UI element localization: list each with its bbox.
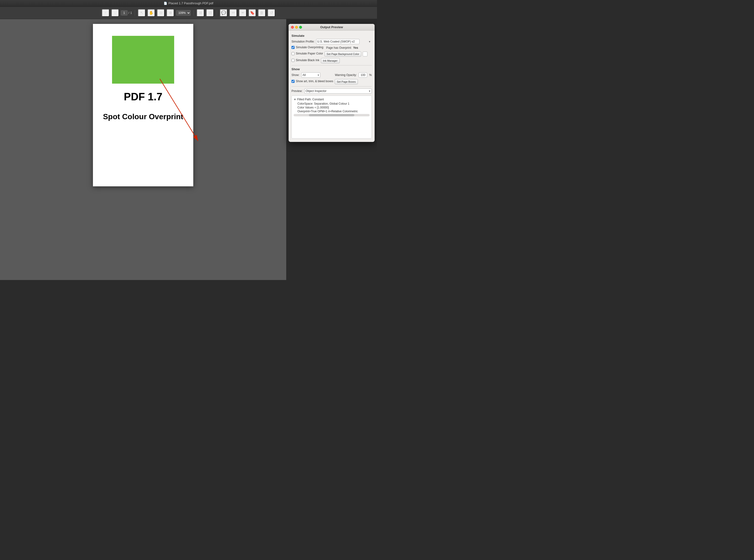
green-rect [112, 36, 174, 84]
pdf-area: PDF 1.7 Spot Colour Overprint [0, 19, 286, 280]
show-art-trim-label: Show art, trim, & bleed boxes [296, 80, 333, 83]
toolbar: ↑ ↓ / 1 ↖ ✋ ⊖ ⊕ 109% 100% 75% 150% ⊞ ⊟ 💬… [0, 7, 377, 19]
show-label: Show: [292, 73, 299, 77]
simulate-paper-color-row: Simulate Paper Color Set Page Background… [292, 52, 372, 57]
simulation-profile-row: Simulation Profile: U.S. Web Coated (SWO… [292, 39, 372, 44]
page-has-overprint-value: Yes [353, 46, 358, 49]
right-panel: Output Preview Simulate Simulation Profi… [286, 19, 377, 280]
set-page-background-btn[interactable]: Set Page Background Color [324, 52, 361, 57]
page-current-input[interactable] [121, 10, 127, 16]
main-area: PDF 1.7 Spot Colour Overprint [0, 19, 377, 280]
simulate-overprinting-checkbox[interactable] [292, 46, 295, 49]
inspector-item-title: Filled Path: Constant [297, 98, 324, 101]
window-titlebar: Output Preview [289, 24, 375, 31]
inspector-panel: ▼ Filled Path: Constant ColorSpace: Sepa… [292, 96, 372, 139]
toolbar-separator-1 [135, 10, 135, 16]
page-indicator: / 1 [121, 10, 132, 16]
simulate-overprinting-row: Simulate Overprinting Page has Overprint… [292, 46, 372, 50]
simulation-profile-arrow-icon: ▼ [369, 40, 371, 43]
pdf-page: PDF 1.7 Spot Colour Overprint [93, 24, 193, 186]
simulate-black-ink-checkbox[interactable] [292, 59, 295, 62]
fit-width-btn[interactable]: ⊟ [206, 9, 214, 17]
page-separator: / [128, 11, 130, 15]
simulate-paper-color-checkbox[interactable] [292, 52, 295, 55]
inspector-toggle-icon[interactable]: ▼ [294, 98, 296, 101]
rotate-btn[interactable]: ↺ [267, 9, 275, 17]
warning-opacity-label: Warning Opacity: [335, 73, 357, 77]
select-tool-btn[interactable]: ↖ [138, 9, 145, 17]
fit-page-btn[interactable]: ⊞ [197, 9, 204, 17]
inspector-detail-0: ColorSpace: Separation, Global Colour 1 [297, 102, 370, 105]
show-select[interactable]: All CMYK RGB [301, 73, 320, 78]
pdf-title: PDF 1.7 [100, 91, 186, 103]
preview-label: Preview: [292, 89, 302, 93]
delete-btn[interactable]: 🗑 [258, 9, 266, 17]
show-art-trim-checkbox-row: Show art, trim, & bleed boxes [292, 80, 333, 83]
zoom-out-btn[interactable]: ⊖ [157, 9, 165, 17]
warning-opacity-unit: % [369, 73, 372, 77]
window-title: Output Preview [320, 25, 343, 29]
inspector-item-header: ▼ Filled Path: Constant [294, 98, 370, 101]
close-button[interactable] [291, 26, 294, 29]
inspector-scrollbar-thumb[interactable] [309, 114, 355, 116]
inspector-detail-1: Color Values = [1.00000] [297, 106, 370, 109]
simulate-paper-color-label: Simulate Paper Color [296, 52, 323, 55]
show-section-header: Show [292, 67, 372, 71]
preview-row: Preview: Object Inspector None ▼ [292, 88, 372, 94]
page-total: 1 [130, 11, 132, 15]
next-page-btn[interactable]: ↓ [111, 9, 119, 17]
toolbar-separator-2 [194, 10, 194, 16]
pencil-btn[interactable]: ✏ [230, 9, 237, 17]
zoom-in-btn[interactable]: ⊕ [166, 9, 174, 17]
set-bg-color-swatch[interactable] [363, 52, 368, 56]
minimize-button[interactable] [295, 26, 298, 29]
stamp-btn[interactable]: 🔖 [249, 9, 256, 17]
show-row: Show: All CMYK RGB ▼ Warning Opacity: % [292, 73, 372, 78]
toolbar-separator-3 [217, 10, 217, 16]
title-bar-icon: 📄 [164, 2, 167, 5]
traffic-lights [291, 26, 302, 29]
title-bar-text: Placed 1.7 Passthrough PDF.pdf [168, 1, 213, 5]
simulate-black-ink-checkbox-row: Simulate Black Ink [292, 59, 319, 62]
set-page-boxes-btn[interactable]: Set Page Boxes [335, 79, 358, 84]
highlight-btn[interactable]: ✒ [239, 9, 246, 17]
hand-tool-btn[interactable]: ✋ [147, 9, 155, 17]
inspector-detail-2: Overprint=True OPM=1 ri=Relative Colorim… [297, 109, 370, 113]
pdf-subtitle: Spot Colour Overprint [100, 112, 186, 121]
warning-opacity-input[interactable] [359, 73, 367, 78]
simulation-profile-select[interactable]: U.S. Web Coated (SWOP) v2 [316, 39, 360, 44]
page-has-overprint-label: Page has Overprint: [326, 46, 352, 49]
simulation-profile-select-wrapper: U.S. Web Coated (SWOP) v2 ▼ [316, 39, 372, 44]
preview-select[interactable]: Object Inspector None [304, 88, 372, 94]
zoom-select[interactable]: 109% 100% 75% 150% [176, 10, 191, 16]
title-bar: 📄 Placed 1.7 Passthrough PDF.pdf [0, 0, 377, 7]
comment-btn[interactable]: 💬 [220, 9, 227, 17]
simulate-overprinting-checkbox-row: Simulate Overprinting [292, 46, 323, 49]
simulation-profile-label: Simulation Profile: [292, 40, 315, 43]
show-select-wrapper: All CMYK RGB ▼ [301, 73, 320, 78]
show-art-trim-row: Show art, trim, & bleed boxes Set Page B… [292, 79, 372, 84]
simulate-black-ink-row: Simulate Black Ink Ink Manager [292, 58, 372, 63]
prev-page-btn[interactable]: ↑ [102, 9, 110, 17]
ink-manager-btn[interactable]: Ink Manager [321, 58, 340, 63]
window-body: Simulate Simulation Profile: U.S. Web Co… [289, 31, 375, 142]
simulate-paper-color-checkbox-row: Simulate Paper Color [292, 52, 323, 55]
preview-select-wrapper: Object Inspector None ▼ [304, 88, 372, 94]
divider-2 [292, 86, 372, 86]
inspector-scrollbar[interactable] [294, 114, 370, 116]
simulate-section-header: Simulate [292, 34, 372, 38]
divider-1 [292, 65, 372, 65]
pdf-page-wrapper: PDF 1.7 Spot Colour Overprint [93, 24, 193, 186]
simulate-overprinting-label: Simulate Overprinting [296, 46, 323, 49]
output-preview-window: Output Preview Simulate Simulation Profi… [289, 24, 375, 142]
show-art-trim-checkbox[interactable] [292, 80, 295, 83]
maximize-button[interactable] [299, 26, 302, 29]
simulate-black-ink-label: Simulate Black Ink [296, 59, 319, 62]
